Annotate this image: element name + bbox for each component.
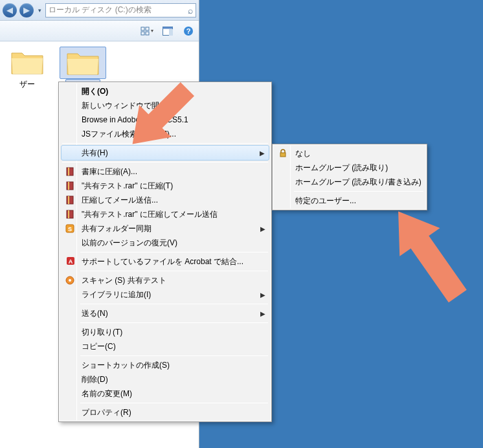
back-button[interactable]: ◀: [3, 3, 17, 17]
svg-rect-11: [67, 182, 73, 190]
sync-icon: S: [65, 223, 76, 234]
menu-open[interactable]: 開く(O): [61, 84, 269, 98]
svg-marker-25: [378, 197, 478, 311]
menu-delete[interactable]: 削除(D): [61, 372, 269, 386]
menu-share[interactable]: 共有(H)▶: [61, 145, 269, 161]
svg-rect-12: [68, 182, 69, 190]
svg-rect-13: [67, 196, 73, 204]
svg-rect-15: [67, 210, 73, 218]
menu-cut[interactable]: 切り取り(T): [61, 325, 269, 339]
preview-pane-button[interactable]: [159, 23, 177, 39]
toolbar: ?: [0, 21, 199, 41]
svg-rect-14: [68, 196, 69, 204]
search-input[interactable]: ローカル ディスク (C:)の検索 ⌕: [45, 3, 196, 17]
acrobat-icon: A: [65, 256, 76, 268]
archive-icon: [65, 166, 76, 177]
archive-icon: [65, 209, 76, 219]
menu-compress-to-mail[interactable]: "共有テスト.rar" に圧縮してメール送信: [61, 207, 269, 221]
svg-text:A: A: [69, 258, 73, 265]
svg-rect-6: [169, 29, 173, 36]
svg-point-22: [69, 279, 71, 282]
folder-icon: [4, 47, 51, 78]
search-icon: ⌕: [188, 5, 193, 16]
menu-rename[interactable]: 名前の変更(M): [61, 386, 269, 401]
svg-text:?: ?: [186, 27, 191, 35]
svg-rect-2: [141, 32, 144, 35]
submenu-specific-users[interactable]: 特定のユーザー...: [275, 194, 425, 208]
submenu-none[interactable]: なし: [275, 146, 425, 161]
svg-rect-3: [146, 32, 149, 35]
svg-rect-10: [68, 168, 69, 175]
menu-scan[interactable]: スキャン (S) 共有テスト: [61, 273, 269, 287]
svg-text:S: S: [68, 226, 72, 232]
submenu-homegroup-rw[interactable]: ホームグループ (読み取り/書き込み): [275, 175, 425, 189]
menu-properties[interactable]: プロパティ(R): [61, 405, 269, 420]
nav-bar: ◀ ▶ ▾ ローカル ディスク (C:)の検索 ⌕: [0, 0, 199, 21]
lock-icon: [278, 149, 290, 158]
submenu-homegroup-read[interactable]: ホームグループ (読み取り): [275, 161, 425, 175]
forward-button[interactable]: ▶: [19, 3, 34, 17]
share-submenu: なし ホームグループ (読み取り) ホームグループ (読み取り/書き込み) 特定…: [272, 144, 427, 210]
menu-copy[interactable]: コピー(C): [61, 339, 269, 353]
svg-rect-5: [163, 27, 173, 28]
menu-js-search[interactable]: JSファイル検索ツール(J)...: [61, 127, 269, 141]
svg-rect-16: [68, 210, 69, 218]
menu-previous-versions[interactable]: 以前のバージョンの復元(V): [61, 236, 269, 250]
annotation-arrow-2: [373, 196, 483, 312]
submenu-arrow-icon: ▶: [260, 291, 265, 298]
menu-sync-folder[interactable]: S共有フォルダー同期▶: [61, 221, 269, 236]
menu-compress-archive[interactable]: 書庫に圧縮(A)...: [61, 164, 269, 179]
submenu-arrow-icon: ▶: [260, 310, 265, 317]
search-placeholder: ローカル ディスク (C:)の検索: [49, 5, 152, 16]
grid-view-icon: [140, 27, 150, 36]
folder-item-1[interactable]: ザー: [4, 47, 51, 93]
archive-icon: [65, 195, 76, 205]
menu-acrobat-combine[interactable]: Aサポートしているファイルを Acrobat で結合...: [61, 254, 269, 269]
help-button[interactable]: ?: [179, 23, 197, 39]
folder-icon: [60, 47, 106, 79]
context-menu: 開く(O) 新しいウィンドウで開く Browse in Adobe Bridge…: [58, 82, 272, 422]
nav-history-icon[interactable]: ▾: [36, 7, 43, 14]
submenu-arrow-icon: ▶: [260, 150, 265, 157]
folder-label: ザー: [17, 78, 37, 91]
svg-rect-9: [67, 168, 73, 175]
submenu-arrow-icon: ▶: [260, 225, 265, 232]
menu-send-to[interactable]: 送る(N)▶: [61, 306, 269, 320]
svg-rect-0: [141, 27, 144, 30]
menu-compress-mail[interactable]: 圧縮してメール送信...: [61, 193, 269, 207]
archive-icon: [65, 181, 76, 191]
menu-add-library[interactable]: ライブラリに追加(I)▶: [61, 287, 269, 302]
svg-rect-1: [146, 27, 149, 30]
svg-rect-23: [280, 153, 286, 157]
scan-icon: [65, 275, 76, 286]
menu-compress-to[interactable]: "共有テスト.rar" に圧縮(T): [61, 179, 269, 193]
menu-browse-bridge[interactable]: Browse in Adobe Bridge CS5.1: [61, 113, 269, 127]
menu-create-shortcut[interactable]: ショートカットの作成(S): [61, 358, 269, 372]
preview-pane-icon: [163, 27, 173, 36]
view-mode-button[interactable]: [138, 23, 156, 39]
menu-new-window[interactable]: 新しいウィンドウで開く: [61, 98, 269, 113]
help-icon: ?: [183, 26, 194, 36]
